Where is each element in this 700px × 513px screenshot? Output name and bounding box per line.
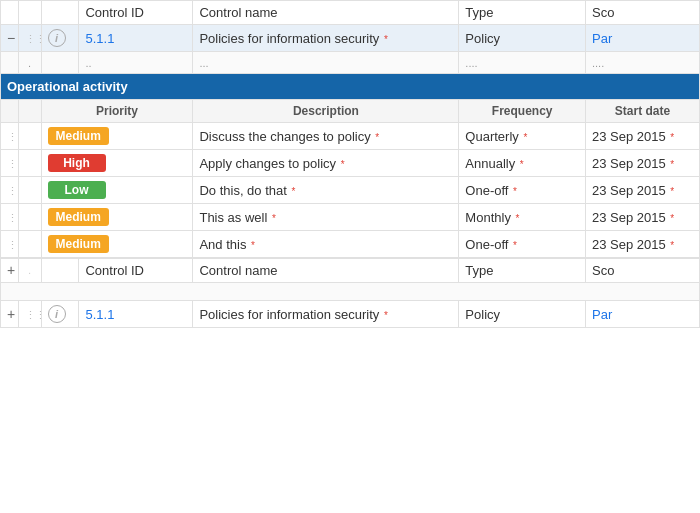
op-data-row: ⋮⋮⋮ Medium And this * One-off * 23 Sep 2… bbox=[1, 231, 700, 258]
priority-badge-1: High bbox=[48, 154, 106, 172]
bottom-type-header: Type bbox=[459, 259, 586, 283]
op-freq-4: One-off * bbox=[459, 231, 586, 258]
op-drag-0[interactable]: ⋮⋮⋮ bbox=[1, 123, 19, 150]
bc-expand[interactable]: + bbox=[1, 301, 19, 328]
sep-drag bbox=[1, 52, 19, 74]
op-data-row: ⋮⋮⋮ Medium Discuss the changes to policy… bbox=[1, 123, 700, 150]
bottom-info-empty bbox=[41, 259, 79, 283]
bc-info-icon[interactable]: i bbox=[48, 305, 66, 323]
score-label: Sco bbox=[592, 5, 614, 20]
main-table-wrapper: Control ID Control name Type Sco − ⋮⋮⋮ bbox=[0, 0, 700, 328]
op-desc-2: Do this, do that * bbox=[193, 177, 459, 204]
op-priority-cell-0: Medium bbox=[41, 123, 193, 150]
op-startdate-2: 23 Sep 2015 * bbox=[585, 177, 699, 204]
op-drag-3[interactable]: ⋮⋮⋮ bbox=[1, 204, 19, 231]
control-name-cell: Policies for information security * bbox=[193, 25, 459, 52]
bottom-expand-icon[interactable]: + bbox=[7, 263, 15, 277]
sep-type: .... bbox=[459, 52, 586, 74]
op-freq-2: One-off * bbox=[459, 177, 586, 204]
op-desc-1: Apply changes to policy * bbox=[193, 150, 459, 177]
op-drag-header bbox=[1, 100, 19, 123]
op-freq-0: Quarterly * bbox=[459, 123, 586, 150]
op-priority-cell-1: High bbox=[41, 150, 193, 177]
op-data-row: ⋮⋮⋮ Medium This as well * Monthly * 23 S… bbox=[1, 204, 700, 231]
bc-drag[interactable]: ⋮⋮⋮ bbox=[18, 301, 41, 328]
header-control-name: Control name bbox=[193, 1, 459, 25]
main-table: Control ID Control name Type Sco − ⋮⋮⋮ bbox=[0, 0, 700, 258]
op-dot-1 bbox=[18, 150, 41, 177]
header-dot-cell bbox=[18, 1, 41, 25]
info-icon[interactable]: i bbox=[48, 29, 66, 47]
header-type: Type bbox=[459, 1, 586, 25]
op-dot-4 bbox=[18, 231, 41, 258]
drag-cell[interactable]: ⋮⋮⋮ bbox=[18, 25, 41, 52]
bottom-control-name-header: Control name bbox=[193, 259, 459, 283]
bc-info[interactable]: i bbox=[41, 301, 79, 328]
op-dot-3 bbox=[18, 204, 41, 231]
op-startdate-header: Start date bbox=[585, 100, 699, 123]
bottom-expand[interactable]: + bbox=[1, 259, 19, 283]
bc-drag-handle[interactable]: ⋮⋮⋮ bbox=[25, 309, 41, 322]
operational-activity-label: Operational activity bbox=[1, 74, 700, 100]
op-frequency-header: Frequency bbox=[459, 100, 586, 123]
op-data-row: ⋮⋮⋮ High Apply changes to policy * Annua… bbox=[1, 150, 700, 177]
op-desc-3: This as well * bbox=[193, 204, 459, 231]
op-priority-cell-2: Low bbox=[41, 177, 193, 204]
bottom-separator bbox=[1, 283, 700, 301]
priority-badge-3: Medium bbox=[48, 208, 109, 226]
bc-type: Policy bbox=[459, 301, 586, 328]
op-drag-1[interactable]: ⋮⋮⋮ bbox=[1, 150, 19, 177]
type-label: Type bbox=[465, 5, 493, 20]
control-id-label: Control ID bbox=[85, 5, 144, 20]
header-info-cell bbox=[41, 1, 79, 25]
op-column-headers: Priority Description Frequency Start dat… bbox=[1, 100, 700, 123]
control-name-label: Control name bbox=[199, 5, 277, 20]
type-value: Policy bbox=[465, 31, 500, 46]
op-drag-4[interactable]: ⋮⋮⋮ bbox=[1, 231, 19, 258]
op-drag-handle-2[interactable]: ⋮⋮⋮ bbox=[7, 185, 18, 198]
header-control-id: Control ID bbox=[79, 1, 193, 25]
op-dot-2 bbox=[18, 177, 41, 204]
bottom-dot: . bbox=[18, 259, 41, 283]
op-drag-handle-0[interactable]: ⋮⋮⋮ bbox=[7, 131, 18, 144]
sep-dot: . bbox=[18, 52, 41, 74]
control-name-value: Policies for information security bbox=[199, 31, 379, 46]
control-id-link[interactable]: 5.1.1 bbox=[85, 31, 114, 46]
op-startdate-1: 23 Sep 2015 * bbox=[585, 150, 699, 177]
op-drag-2[interactable]: ⋮⋮⋮ bbox=[1, 177, 19, 204]
bc-score-link[interactable]: Par bbox=[592, 307, 612, 322]
operational-activity-header: Operational activity bbox=[1, 74, 700, 100]
drag-handle[interactable]: ⋮⋮⋮ bbox=[25, 33, 41, 46]
sep-score: .... bbox=[585, 52, 699, 74]
priority-badge-2: Low bbox=[48, 181, 106, 199]
expand-cell[interactable]: − bbox=[1, 25, 19, 52]
info-cell[interactable]: i bbox=[41, 25, 79, 52]
op-startdate-3: 23 Sep 2015 * bbox=[585, 204, 699, 231]
score-link[interactable]: Par bbox=[592, 31, 612, 46]
collapse-icon[interactable]: − bbox=[7, 31, 15, 45]
op-priority-cell-4: Medium bbox=[41, 231, 193, 258]
bottom-header-row: + . Control ID Control name Type Sco bbox=[1, 259, 700, 283]
op-priority-cell-3: Medium bbox=[41, 204, 193, 231]
op-drag-handle-3[interactable]: ⋮⋮⋮ bbox=[7, 212, 18, 225]
score-cell: Par bbox=[585, 25, 699, 52]
op-desc-0: Discuss the changes to policy * bbox=[193, 123, 459, 150]
op-drag-handle-1[interactable]: ⋮⋮⋮ bbox=[7, 158, 18, 171]
bottom-score-header: Sco bbox=[585, 259, 699, 283]
separator-row-1: . .. ... .... .... bbox=[1, 52, 700, 74]
header-score: Sco bbox=[585, 1, 699, 25]
bc-control-id-link[interactable]: 5.1.1 bbox=[85, 307, 114, 322]
bottom-control-row: + ⋮⋮⋮ i 5.1.1 Policies for information s… bbox=[1, 301, 700, 328]
bc-score: Par bbox=[585, 301, 699, 328]
bc-expand-icon[interactable]: + bbox=[7, 307, 15, 321]
op-priority-header: Priority bbox=[41, 100, 193, 123]
sep-name: ... bbox=[193, 52, 459, 74]
expanded-control-row: − ⋮⋮⋮ i 5.1.1 Policies for information s… bbox=[1, 25, 700, 52]
op-startdate-0: 23 Sep 2015 * bbox=[585, 123, 699, 150]
type-cell: Policy bbox=[459, 25, 586, 52]
op-dot-0 bbox=[18, 123, 41, 150]
op-activity-text: Operational activity bbox=[7, 79, 128, 94]
sep-info bbox=[41, 52, 79, 74]
op-drag-handle-4[interactable]: ⋮⋮⋮ bbox=[7, 239, 18, 252]
bc-control-name: Policies for information security * bbox=[193, 301, 459, 328]
